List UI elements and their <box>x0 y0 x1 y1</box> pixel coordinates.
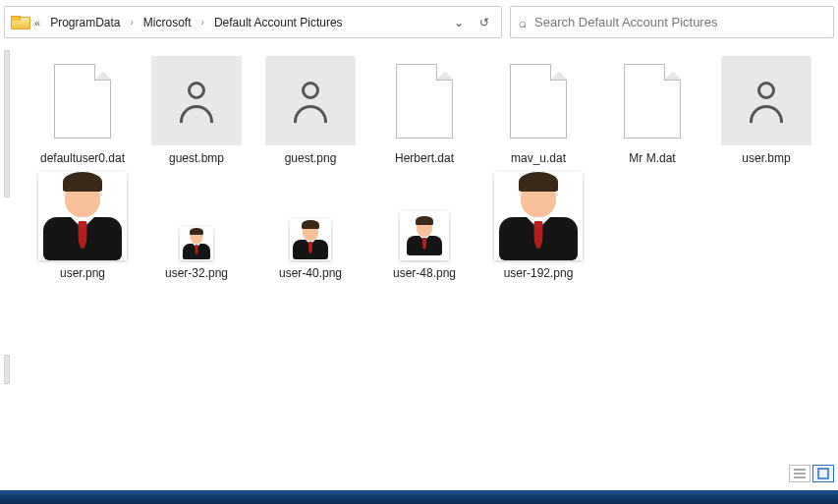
image-thumbnail <box>38 172 127 260</box>
file-thumbnail <box>265 56 356 145</box>
chevron-right-icon[interactable]: › <box>199 17 206 28</box>
file-name-label: user-48.png <box>393 266 456 280</box>
breadcrumb-item[interactable]: Default Account Pictures <box>210 14 347 31</box>
file-thumbnail <box>379 171 470 260</box>
file-thumbnail <box>265 171 356 260</box>
file-thumbnail <box>37 56 128 145</box>
business-user-icon <box>496 172 581 260</box>
generic-file-icon <box>510 64 567 139</box>
file-thumbnail <box>493 171 584 260</box>
taskbar[interactable] <box>0 490 838 504</box>
nav-pane-collapsed[interactable] <box>0 44 14 467</box>
file-name-label: defaultuser0.dat <box>40 151 125 165</box>
thumbnails-view-button[interactable] <box>812 465 834 482</box>
breadcrumb-item[interactable]: Microsoft <box>140 14 196 31</box>
business-user-icon <box>292 220 329 259</box>
file-name-label: user-192.png <box>504 266 574 280</box>
file-name-label: mav_u.dat <box>511 151 566 165</box>
business-user-icon <box>182 228 211 259</box>
image-thumbnail <box>290 219 331 260</box>
search-box[interactable]: ⌕ <box>510 6 834 38</box>
address-bar[interactable]: « ProgramData › Microsoft › Default Acco… <box>4 6 502 38</box>
refresh-button[interactable]: ↻ <box>474 12 495 33</box>
image-thumbnail <box>180 227 213 260</box>
file-list[interactable]: defaultuser0.datguest.bmpguest.pngHerber… <box>14 44 838 467</box>
file-name-label: user.png <box>60 266 105 280</box>
svg-rect-3 <box>818 469 828 478</box>
file-item[interactable]: mav_u.dat <box>481 56 595 171</box>
person-outline-icon <box>289 80 332 123</box>
file-item[interactable]: user.png <box>26 171 140 286</box>
file-item[interactable]: Herbert.dat <box>367 56 481 171</box>
file-thumbnail <box>151 171 242 260</box>
file-item[interactable]: user-40.png <box>253 171 367 286</box>
file-thumbnail <box>721 56 811 145</box>
file-thumbnail <box>493 56 584 145</box>
generic-file-icon <box>396 64 453 139</box>
file-thumbnail <box>607 56 698 145</box>
file-item[interactable]: guest.png <box>253 56 367 171</box>
file-name-label: Herbert.dat <box>395 151 454 165</box>
recent-locations-dropdown[interactable]: ⌄ <box>448 12 470 33</box>
generic-file-icon <box>54 64 111 139</box>
file-thumbnail <box>151 56 242 145</box>
file-name-label: Mr M.dat <box>629 151 675 165</box>
toolbar: « ProgramData › Microsoft › Default Acco… <box>0 0 838 44</box>
breadcrumb-item[interactable]: ProgramData <box>46 14 124 31</box>
person-outline-icon <box>745 80 788 123</box>
file-item[interactable]: guest.bmp <box>140 56 253 171</box>
file-name-label: user.bmp <box>742 151 790 165</box>
file-name-label: guest.png <box>285 151 337 165</box>
file-item[interactable]: user-48.png <box>367 171 481 286</box>
file-item[interactable]: defaultuser0.dat <box>26 56 140 171</box>
status-bar-view-controls <box>789 465 834 482</box>
image-thumbnail <box>494 172 583 260</box>
file-item[interactable]: Mr M.dat <box>595 56 709 171</box>
person-outline-icon <box>175 80 218 123</box>
details-view-button[interactable] <box>789 465 810 482</box>
file-name-label: guest.bmp <box>169 151 224 165</box>
file-item[interactable]: user.bmp <box>709 56 823 171</box>
search-input[interactable] <box>534 15 825 29</box>
file-name-label: user-40.png <box>279 266 342 280</box>
file-item[interactable]: user-192.png <box>481 171 595 286</box>
file-thumbnail <box>37 171 128 260</box>
folder-icon <box>11 16 28 29</box>
file-thumbnail <box>379 56 470 145</box>
image-thumbnail <box>400 211 449 260</box>
file-name-label: user-32.png <box>165 266 228 280</box>
file-item[interactable]: user-32.png <box>140 171 253 286</box>
chevron-right-icon[interactable]: › <box>129 17 136 28</box>
business-user-icon <box>405 216 444 255</box>
search-icon: ⌕ <box>519 15 527 30</box>
business-user-icon <box>40 172 125 260</box>
generic-file-icon <box>624 64 681 139</box>
history-overflow-icon[interactable]: « <box>32 17 42 28</box>
